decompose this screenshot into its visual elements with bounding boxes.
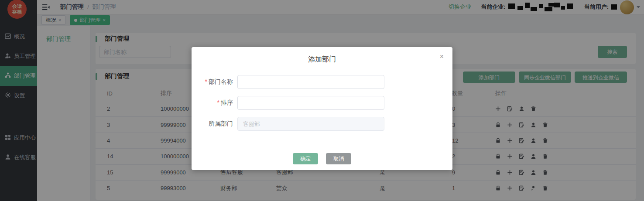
form-row-sort: *排序	[200, 96, 444, 110]
field-label: *部门名称	[200, 78, 233, 86]
cancel-button[interactable]: 取消	[326, 153, 351, 164]
field-label: *排序	[200, 99, 233, 107]
sort-input[interactable]	[237, 96, 384, 110]
required-marker: *	[205, 78, 207, 85]
form-row-parent-department: 所属部门	[200, 117, 444, 131]
parent-department-input	[237, 117, 384, 131]
field-label: 所属部门	[200, 120, 233, 128]
dialog-footer: 确定 取消	[192, 153, 452, 164]
confirm-button[interactable]: 确定	[293, 153, 318, 164]
form-row-department-name: *部门名称	[200, 75, 444, 89]
dialog-title: 添加部门	[192, 55, 452, 64]
add-department-dialog: 添加部门 × *部门名称 *排序 所属部门 确定 取消	[192, 47, 452, 170]
page: 会话 存档 概况 员工管理 部门管理 设置 应用中心	[0, 0, 644, 201]
required-marker: *	[217, 99, 219, 106]
department-name-input[interactable]	[237, 75, 384, 89]
close-icon[interactable]: ×	[440, 53, 444, 60]
